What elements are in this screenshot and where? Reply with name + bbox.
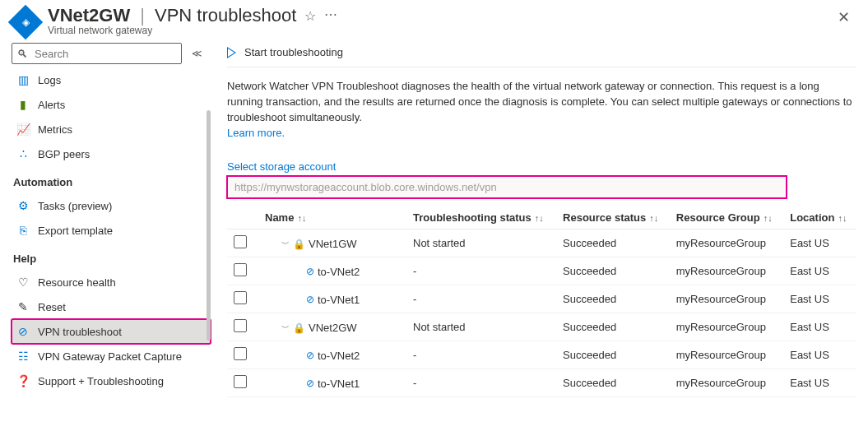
expand-caret-icon[interactable]: ﹀ — [281, 239, 290, 250]
row-loc: East US — [783, 369, 856, 397]
row-rg: myResourceGroup — [670, 369, 783, 397]
tasks-icon: ⚙ — [16, 199, 30, 212]
row-rs: Succeeded — [556, 257, 670, 285]
connection-icon: ⊘ — [306, 266, 314, 277]
row-rs: Succeeded — [556, 229, 670, 257]
connection-icon: ⊘ — [306, 294, 314, 305]
row-loc: East US — [783, 229, 856, 257]
support-icon: ❓ — [16, 374, 30, 387]
row-ts: - — [406, 257, 556, 285]
row-rs: Succeeded — [556, 369, 670, 397]
row-checkbox[interactable] — [234, 319, 247, 332]
capture-icon: ☷ — [16, 350, 30, 363]
row-name: to-VNet1 — [318, 378, 360, 390]
row-checkbox[interactable] — [234, 347, 247, 360]
collapse-sidebar-icon[interactable]: ≪ — [188, 44, 206, 63]
col-name[interactable]: Name — [265, 211, 294, 224]
resource-type-label: Virtual network gateway — [48, 25, 831, 36]
close-blade-button[interactable]: ✕ — [831, 5, 856, 30]
sidebar-item-tasks[interactable]: ⚙ Tasks (preview) — [12, 193, 211, 218]
favorite-star-icon[interactable]: ☆ — [304, 8, 316, 24]
sidebar: 🔍︎ ≪ ▥ Logs ▮ Alerts 📈 Metrics ∴ BGP pee… — [0, 36, 211, 404]
metrics-icon: 📈 — [16, 123, 30, 136]
intro-text: Network Watcher VPN Troubleshoot diagnos… — [227, 67, 856, 144]
sidebar-item-vpn-troubleshoot[interactable]: ⊘ VPN troubleshoot — [12, 319, 211, 344]
row-loc: East US — [783, 257, 856, 285]
row-rg: myResourceGroup — [670, 257, 783, 285]
sort-icon[interactable]: ↑↓ — [649, 213, 658, 223]
sidebar-item-bgp[interactable]: ∴ BGP peers — [12, 141, 211, 166]
connection-icon: ⊘ — [306, 350, 314, 361]
sidebar-section-automation: Automation — [12, 166, 211, 193]
sort-icon[interactable]: ↑↓ — [764, 213, 773, 223]
sidebar-item-support[interactable]: ❓ Support + Troubleshooting — [12, 368, 211, 393]
gateway-icon: 🔒 — [293, 322, 305, 334]
gateway-icon: 🔒 — [293, 239, 305, 250]
sidebar-item-resource-health[interactable]: ♡ Resource health — [12, 270, 211, 294]
alerts-icon: ▮ — [16, 98, 30, 111]
row-ts: Not started — [406, 313, 556, 341]
sort-icon[interactable]: ↑↓ — [297, 213, 306, 223]
col-rs[interactable]: Resource status — [563, 211, 646, 224]
sidebar-item-alerts[interactable]: ▮ Alerts — [12, 92, 211, 117]
row-name: to-VNet1 — [318, 294, 360, 306]
main-content: Start troubleshooting Network Watcher VP… — [211, 36, 868, 404]
table-row[interactable]: ⊘to-VNet1 - Succeeded myResourceGroup Ea… — [227, 369, 856, 397]
search-icon: 🔍︎ — [17, 48, 28, 60]
row-rg: myResourceGroup — [670, 313, 783, 341]
logs-icon: ▥ — [16, 73, 30, 86]
blade-header: ◈ VNet2GW | VPN troubleshoot ☆ ⋯ Virtual… — [0, 0, 868, 36]
col-loc[interactable]: Location — [790, 211, 834, 224]
storage-account-input[interactable] — [227, 176, 787, 198]
row-loc: East US — [783, 285, 856, 313]
row-checkbox[interactable] — [234, 375, 247, 388]
export-icon: ⎘ — [16, 224, 30, 237]
table-row[interactable]: ⊘to-VNet1 - Succeeded myResourceGroup Ea… — [227, 285, 856, 313]
row-loc: East US — [783, 341, 856, 369]
resources-table: Name↑↓ Troubleshooting status↑↓ Resource… — [227, 206, 856, 397]
row-name: VNet1GW — [309, 238, 357, 250]
row-checkbox[interactable] — [234, 263, 247, 276]
search-input[interactable] — [33, 47, 176, 61]
resource-name: VNet2GW — [48, 5, 130, 26]
learn-more-link[interactable]: Learn more. — [227, 127, 285, 139]
sidebar-item-export-template[interactable]: ⎘ Export template — [12, 218, 211, 243]
sidebar-search[interactable]: 🔍︎ — [12, 43, 182, 64]
row-loc: East US — [783, 313, 856, 341]
row-rg: myResourceGroup — [670, 285, 783, 313]
row-name: VNet2GW — [309, 322, 357, 334]
reset-icon: ✎ — [16, 300, 30, 313]
col-ts[interactable]: Troubleshooting status — [413, 211, 531, 224]
sidebar-item-packet-capture[interactable]: ☷ VPN Gateway Packet Capture — [12, 344, 211, 368]
row-rg: myResourceGroup — [670, 341, 783, 369]
more-menu-icon[interactable]: ⋯ — [324, 7, 338, 22]
table-row[interactable]: ⊘to-VNet2 - Succeeded myResourceGroup Ea… — [227, 341, 856, 369]
row-name: to-VNet2 — [318, 350, 360, 362]
vpn-troubleshoot-icon: ⊘ — [16, 325, 30, 338]
heart-icon: ♡ — [16, 276, 30, 289]
page-title: VPN troubleshoot — [155, 5, 296, 26]
row-rs: Succeeded — [556, 341, 670, 369]
row-checkbox[interactable] — [234, 291, 247, 304]
connection-icon: ⊘ — [306, 378, 314, 389]
sidebar-item-reset[interactable]: ✎ Reset — [12, 294, 211, 319]
sidebar-item-logs[interactable]: ▥ Logs — [12, 67, 211, 92]
sidebar-item-metrics[interactable]: 📈 Metrics — [12, 117, 211, 141]
row-ts: Not started — [406, 229, 556, 257]
table-row[interactable]: ⊘to-VNet2 - Succeeded myResourceGroup Ea… — [227, 257, 856, 285]
sidebar-section-help: Help — [12, 243, 211, 270]
sort-icon[interactable]: ↑↓ — [535, 213, 544, 223]
row-checkbox[interactable] — [234, 235, 247, 248]
row-ts: - — [406, 369, 556, 397]
sort-icon[interactable]: ↑↓ — [838, 213, 847, 223]
bgp-icon: ∴ — [16, 147, 30, 160]
row-ts: - — [406, 285, 556, 313]
resource-icon: ◈ — [8, 5, 43, 39]
table-row[interactable]: ﹀🔒VNet1GW Not started Succeeded myResour… — [227, 229, 856, 257]
col-rg[interactable]: Resource Group — [676, 211, 760, 224]
row-rs: Succeeded — [556, 313, 670, 341]
select-storage-link[interactable]: Select storage account — [227, 160, 336, 173]
table-row[interactable]: ﹀🔒VNet2GW Not started Succeeded myResour… — [227, 313, 856, 341]
start-troubleshooting-button[interactable]: Start troubleshooting — [227, 46, 343, 58]
expand-caret-icon[interactable]: ﹀ — [281, 322, 290, 334]
